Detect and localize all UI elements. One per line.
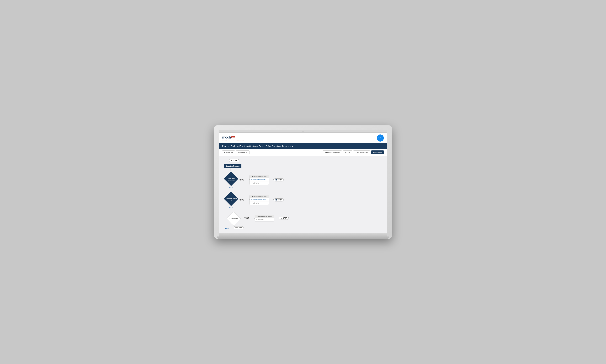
actions-box-3: IMMEDIATE ACTIONS + Add Action [255, 215, 274, 221]
true-branch-1: TRUE IMMEDIATE ACTIONS ✉ Send Email Aler… [238, 175, 284, 185]
actions-box-1: IMMEDIATE ACTIONS ✉ Send Email Alert to.… [249, 175, 269, 185]
toolbar: Expand All Collapse All View All Process… [219, 149, 387, 156]
stop-node-1: STOP [274, 178, 284, 182]
stop-node-3: STOP [279, 217, 289, 220]
laptop-frame: mogli SMS INTELLIGENT TEXT MESSAGING sal… [214, 125, 392, 239]
view-properties-button[interactable]: View Properties [353, 150, 370, 154]
laptop-base [217, 236, 389, 239]
criteria-left-2: YES to Help Renewing Current Plan FALSE [224, 191, 238, 211]
diamond-text-3: + Add Criteria [228, 218, 239, 220]
page-title-bar: Process Builder- Email Notifications Bas… [219, 143, 387, 149]
diamond-1[interactable]: YES to Help Scheduling Appointment [224, 171, 238, 186]
logo-sms-badge: SMS [231, 136, 235, 138]
stop-node-2: STOP [274, 198, 284, 201]
diamond-3[interactable]: + Add Criteria [226, 211, 241, 226]
toolbar-right: View All Processes Clone View Properties… [323, 150, 384, 154]
arrow-line-3 [250, 218, 255, 218]
email-icon-1: ✉ [251, 179, 252, 181]
true-label-3: TRUE [245, 217, 249, 219]
screen-content: mogli SMS INTELLIGENT TEXT MESSAGING sal… [219, 133, 387, 233]
view-all-processes-button[interactable]: View All Processes [323, 150, 342, 154]
start-wrapper: START [229, 159, 239, 162]
diamond-text-2: YES to Help Renewing Current Plan [225, 196, 237, 201]
criteria-left-3: + Add Criteria FALSE STOP [224, 211, 244, 229]
action-item-1-0[interactable]: ✉ Send Email Alert to... [250, 178, 269, 182]
criteria-row-1: YES to Help Scheduling Appointment FALSE… [224, 171, 284, 191]
false-stop-3: STOP [234, 226, 244, 229]
add-action-3[interactable]: + Add Action [255, 218, 274, 221]
salesforce-label: salesforce [377, 137, 384, 139]
vline-start [234, 162, 234, 164]
true-branch-2: TRUE IMMEDIATE ACTIONS ✉ Email Alert for… [238, 195, 284, 205]
object-node[interactable]: Question Respo... [224, 164, 241, 168]
diamond-text-1: YES to Help Scheduling Appointment [225, 176, 237, 181]
false-stop-square-3 [235, 227, 237, 228]
email-icon-2: ✉ [251, 199, 252, 200]
true-branch-3: TRUE IMMEDIATE ACTIONS + Add Action STOP [244, 215, 289, 221]
stop-square-1 [275, 179, 277, 181]
collapse-all-button[interactable]: Collapse All [236, 150, 249, 154]
salesforce-logo: salesforce [377, 134, 384, 142]
start-node: START [229, 159, 239, 162]
deactivate-button[interactable]: Deactivate [371, 150, 384, 154]
false-label-3: FALSE [224, 227, 229, 229]
false-label-1: FALSE [229, 187, 233, 188]
clone-button[interactable]: Clone [343, 150, 352, 154]
page-title: Process Builder- Email Notifications Bas… [222, 145, 293, 147]
logo-area: mogli SMS INTELLIGENT TEXT MESSAGING [222, 135, 244, 141]
camera-dot [303, 131, 303, 132]
toolbar-left: Expand All Collapse All [222, 150, 249, 154]
stop-square-3 [281, 218, 282, 219]
expand-all-button[interactable]: Expand All [222, 150, 235, 154]
logo-subtitle: INTELLIGENT TEXT MESSAGING [222, 140, 244, 141]
add-action-1[interactable]: + Add Action [250, 182, 269, 185]
action-text-2-0: Email Alert for Help... [253, 199, 267, 200]
actions-header-1: IMMEDIATE ACTIONS [250, 175, 269, 178]
stop-label-3: STOP [283, 217, 287, 219]
laptop-bottom [219, 233, 387, 236]
logo-text: mogli [222, 135, 231, 140]
arrow-line-1 [245, 180, 249, 180]
flow-container: START Question Respo... YES to Help S [222, 159, 384, 229]
action-item-2-0[interactable]: ✉ Email Alert for Help... [250, 198, 269, 201]
add-action-2[interactable]: + Add Action [250, 201, 269, 205]
true-label-2: TRUE [239, 199, 244, 201]
actions-header-3: IMMEDIATE ACTIONS [255, 215, 274, 218]
logo-mogli: mogli SMS [222, 135, 244, 140]
criteria-row-2: YES to Help Renewing Current Plan FALSE … [224, 191, 284, 211]
canvas: START Question Respo... YES to Help S [219, 156, 387, 233]
stop-label-1: STOP [277, 179, 282, 181]
criteria-left-1: YES to Help Scheduling Appointment FALSE [224, 171, 238, 191]
false-label-2: FALSE [229, 207, 233, 208]
h-connector-1 [269, 180, 274, 180]
criteria-row-3: + Add Criteria FALSE STOP [224, 211, 289, 229]
h-connector-3 [274, 218, 279, 218]
top-bar: mogli SMS INTELLIGENT TEXT MESSAGING sal… [219, 133, 387, 143]
actions-header-2: IMMEDIATE ACTIONS [250, 195, 269, 198]
camera-bar [219, 130, 387, 132]
stop-label-2: STOP [277, 199, 282, 201]
laptop-screen: mogli SMS INTELLIGENT TEXT MESSAGING sal… [219, 132, 387, 233]
stop-square-2 [275, 199, 277, 200]
true-label-1: TRUE [239, 179, 244, 181]
action-text-1-0: Send Email Alert to... [253, 179, 267, 181]
false-row-3: FALSE STOP [224, 226, 244, 229]
actions-box-2: IMMEDIATE ACTIONS ✉ Email Alert for Help… [249, 195, 269, 205]
false-stop-label-3: STOP [237, 227, 242, 229]
object-node-wrapper: Question Respo... [224, 164, 241, 168]
diamond-2[interactable]: YES to Help Renewing Current Plan [224, 191, 238, 206]
